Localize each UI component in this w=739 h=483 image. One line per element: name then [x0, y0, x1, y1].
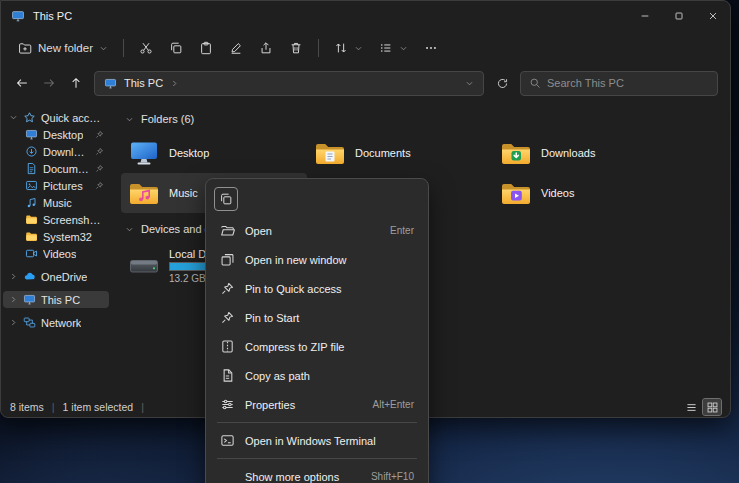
computer-icon: [11, 9, 25, 23]
paste-button[interactable]: [192, 36, 220, 60]
up-button[interactable]: [67, 74, 85, 92]
sidebar-item-label: System32: [43, 231, 92, 243]
copy-icon: [169, 41, 183, 55]
view-icon: [379, 41, 393, 55]
folders-section-header[interactable]: Folders (6): [125, 109, 730, 129]
chevron-right-icon[interactable]: [170, 79, 179, 88]
sidebar-item-documents[interactable]: Documents: [3, 160, 109, 177]
sidebar-item-label: Network: [41, 317, 81, 329]
this-pc-icon: [23, 293, 36, 306]
folder-tile-desktop[interactable]: Desktop: [121, 133, 307, 173]
sidebar-item-system32[interactable]: System32: [3, 228, 109, 245]
folder-tile-downloads[interactable]: Downloads: [493, 133, 679, 173]
menu-item-pin-to-quick-access[interactable]: Pin to Quick access: [211, 274, 423, 303]
menu-item-label: Compress to ZIP file: [245, 341, 344, 353]
breadcrumb[interactable]: This PC: [124, 77, 163, 89]
minimize-button[interactable]: [628, 1, 662, 31]
details-view-button[interactable]: [682, 399, 700, 415]
menu-item-compress-to-zip[interactable]: Compress to ZIP file: [211, 332, 423, 361]
menu-item-shortcut: Shift+F10: [371, 471, 414, 482]
menu-item-copy-as-path[interactable]: Copy as path: [211, 361, 423, 390]
chevron-right-icon[interactable]: [9, 318, 18, 327]
forward-button[interactable]: [40, 74, 58, 92]
desktop-icon: [25, 128, 38, 141]
music-folder-icon: [128, 177, 160, 209]
back-button[interactable]: [13, 74, 31, 92]
folder-name: Music: [169, 187, 198, 199]
menu-divider: [217, 458, 417, 459]
menu-item-properties[interactable]: Properties Alt+Enter: [211, 390, 423, 419]
folder-name: Desktop: [169, 147, 209, 159]
copy-icon: [219, 192, 233, 206]
chevron-down-icon[interactable]: [125, 115, 134, 124]
context-menu: Open Enter Open in new window Pin to Qui…: [205, 178, 429, 483]
share-button[interactable]: [252, 36, 280, 60]
menu-item-shortcut: Enter: [390, 225, 414, 236]
sidebar-item-network[interactable]: Network: [3, 314, 109, 331]
chevron-down-icon: [99, 44, 108, 53]
menu-item-label: Pin to Start: [245, 312, 299, 324]
maximize-button[interactable]: [662, 1, 696, 31]
chevron-down-icon[interactable]: [125, 225, 134, 234]
thumbnails-view-button[interactable]: [703, 399, 721, 415]
menu-item-shortcut: Alt+Enter: [373, 399, 414, 410]
pin-icon: [95, 164, 104, 173]
status-divider: |: [52, 401, 55, 413]
sidebar-item-label: Quick access: [41, 112, 104, 124]
new-folder-button[interactable]: New folder: [11, 36, 115, 60]
sidebar-item-videos[interactable]: Videos: [3, 245, 109, 262]
sidebar-item-quick-access[interactable]: Quick access: [3, 109, 109, 126]
titlebar[interactable]: This PC: [1, 1, 730, 31]
sidebar-item-pictures[interactable]: Pictures: [3, 177, 109, 194]
sort-icon: [334, 41, 348, 55]
sidebar-item-music[interactable]: Music: [3, 194, 109, 211]
sort-button[interactable]: [327, 36, 370, 60]
close-button[interactable]: [696, 1, 730, 31]
search-box[interactable]: [520, 71, 718, 96]
delete-button[interactable]: [282, 36, 310, 60]
copy-button[interactable]: [162, 36, 190, 60]
network-icon: [23, 316, 36, 329]
sidebar-item-onedrive[interactable]: OneDrive: [3, 268, 109, 285]
rename-button[interactable]: [222, 36, 250, 60]
menu-item-pin-to-start[interactable]: Pin to Start: [211, 303, 423, 332]
quick-access-icon: [23, 111, 36, 124]
folder-tile-documents[interactable]: Documents: [307, 133, 493, 173]
sidebar-item-this-pc[interactable]: This PC: [3, 291, 109, 308]
sidebar-item-label: Screenshots: [43, 214, 104, 226]
menu-item-show-more-options[interactable]: Show more options Shift+F10: [211, 462, 423, 483]
chevron-right-icon[interactable]: [9, 295, 18, 304]
cut-button[interactable]: [132, 36, 160, 60]
view-button[interactable]: [372, 36, 415, 60]
window-controls: [628, 1, 730, 31]
videos-icon: [25, 247, 38, 260]
see-more-button[interactable]: [417, 36, 445, 60]
address-bar[interactable]: This PC: [94, 71, 484, 96]
menu-item-open-in-windows-terminal[interactable]: Open in Windows Terminal: [211, 426, 423, 455]
search-input[interactable]: [547, 77, 709, 89]
sidebar-item-downloads[interactable]: Downloads: [3, 143, 109, 160]
pin-icon: [220, 310, 235, 325]
chevron-down-icon[interactable]: [9, 113, 18, 122]
folder-tile-videos[interactable]: Videos: [493, 173, 679, 213]
chevron-right-icon[interactable]: [9, 272, 18, 281]
zip-icon: [220, 339, 235, 354]
menu-item-open-in-new-window[interactable]: Open in new window: [211, 245, 423, 274]
menu-item-label: Copy as path: [245, 370, 310, 382]
chevron-down-icon: [399, 44, 408, 53]
folder-name: Documents: [355, 147, 411, 159]
menu-item-open[interactable]: Open Enter: [211, 216, 423, 245]
divider: [123, 39, 124, 57]
refresh-button[interactable]: [493, 74, 511, 92]
cut-icon: [139, 41, 153, 55]
menu-item-label: Open in new window: [245, 254, 347, 266]
chevron-down-icon[interactable]: [465, 79, 474, 88]
context-copy-button[interactable]: [214, 187, 238, 211]
pin-icon: [95, 147, 104, 156]
sidebar-item-screenshots[interactable]: Screenshots: [3, 211, 109, 228]
sidebar-item-desktop[interactable]: Desktop: [3, 126, 109, 143]
documents-icon: [25, 162, 38, 175]
sidebar-item-label: Pictures: [43, 180, 83, 192]
command-bar: New folder: [1, 31, 730, 65]
folder-name: Videos: [541, 187, 574, 199]
